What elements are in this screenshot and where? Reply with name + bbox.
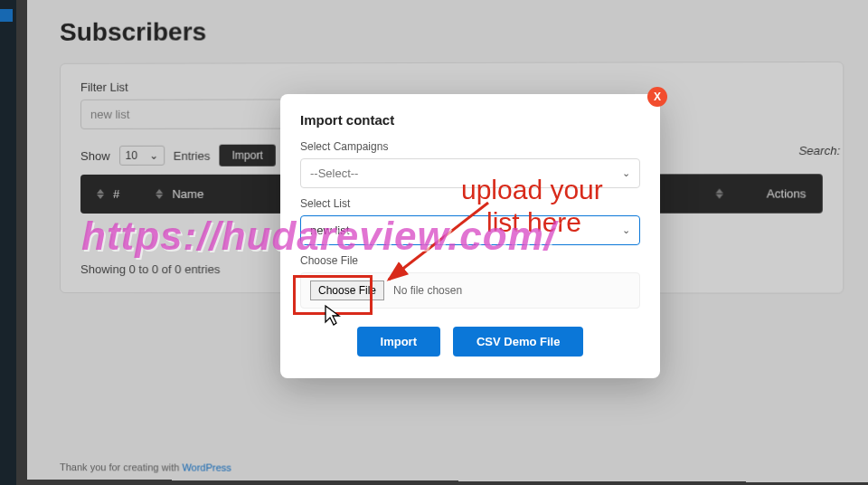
chevron-down-icon: ⌄ — [622, 167, 630, 179]
choose-file-button[interactable]: Choose File — [310, 281, 384, 300]
campaign-select[interactable]: --Select-- ⌄ — [300, 158, 640, 188]
list-value: new list — [310, 223, 349, 237]
csv-demo-button[interactable]: CSV Demo File — [453, 327, 583, 357]
chevron-down-icon: ⌄ — [622, 224, 630, 236]
list-label: Select List — [300, 197, 640, 210]
modal-title: Import contact — [300, 112, 640, 128]
file-label: Choose File — [300, 254, 640, 267]
campaign-label: Select Campaigns — [300, 140, 640, 153]
list-select[interactable]: new list ⌄ — [300, 215, 640, 245]
campaign-value: --Select-- — [310, 166, 358, 180]
modal-import-button[interactable]: Import — [357, 327, 440, 357]
import-contact-modal: X Import contact Select Campaigns --Sele… — [280, 94, 660, 378]
close-icon[interactable]: X — [647, 87, 667, 107]
file-status: No file chosen — [393, 284, 462, 297]
file-input-row: Choose File No file chosen — [300, 272, 640, 309]
modal-actions: Import CSV Demo File — [300, 327, 640, 357]
